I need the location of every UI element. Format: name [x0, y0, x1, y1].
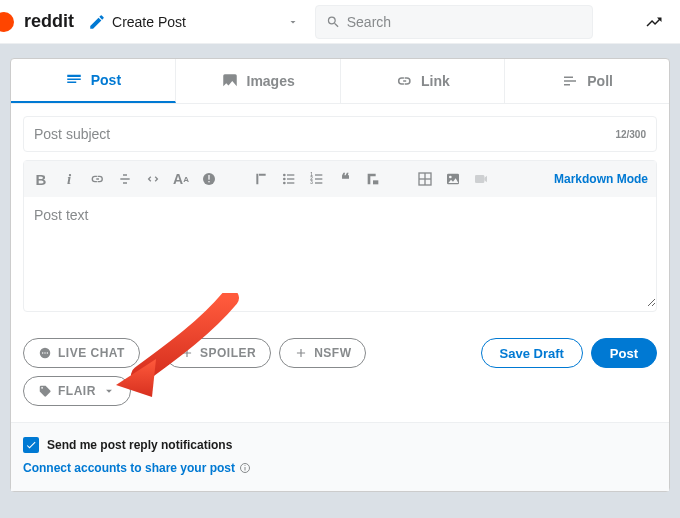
editor: B i AA 123 ❝: [23, 160, 657, 312]
svg-point-27: [245, 465, 246, 466]
tab-link[interactable]: Link: [341, 59, 506, 103]
nsfw-pill[interactable]: NSFW: [279, 338, 366, 368]
community-select[interactable]: Create Post: [82, 6, 307, 38]
ul-button[interactable]: [280, 170, 298, 188]
tab-label: Images: [247, 73, 295, 89]
notify-label: Send me post reply notifications: [47, 438, 232, 452]
connect-label: Connect accounts to share your post: [23, 461, 235, 475]
search-field[interactable]: [315, 5, 593, 39]
subject-input[interactable]: [34, 126, 615, 142]
svg-point-5: [283, 182, 286, 185]
strike-button[interactable]: [116, 170, 134, 188]
svg-rect-14: [315, 182, 322, 183]
markdown-mode-button[interactable]: Markdown Mode: [554, 172, 648, 186]
video-button[interactable]: [472, 170, 490, 188]
post-text-input[interactable]: [24, 197, 656, 307]
image-icon: [221, 72, 239, 90]
trending-icon: [645, 13, 663, 31]
tab-label: Poll: [587, 73, 613, 89]
svg-point-3: [283, 174, 286, 177]
svg-rect-7: [287, 178, 294, 179]
italic-button[interactable]: i: [60, 170, 78, 188]
tab-label: Link: [421, 73, 450, 89]
spoiler-pill[interactable]: SPOILER: [165, 338, 271, 368]
community-label: Create Post: [112, 14, 186, 30]
subject-char-count: 12/300: [615, 129, 646, 140]
svg-rect-13: [315, 178, 322, 179]
code-button[interactable]: [144, 170, 162, 188]
livechat-pill[interactable]: LIVE CHAT: [23, 338, 140, 368]
heading-button[interactable]: [252, 170, 270, 188]
svg-rect-8: [287, 182, 294, 183]
search-icon: [326, 14, 341, 30]
pill-label: SPOILER: [200, 346, 256, 360]
post-type-tabs: Post Images Link Poll: [11, 59, 669, 104]
trending-button[interactable]: [638, 6, 670, 38]
svg-rect-1: [208, 175, 209, 180]
table-button[interactable]: [416, 170, 434, 188]
app-header: reddit Create Post: [0, 0, 680, 44]
post-button[interactable]: Post: [591, 338, 657, 368]
quote-button[interactable]: ❝: [336, 170, 354, 188]
image-button[interactable]: [444, 170, 462, 188]
svg-rect-2: [208, 181, 209, 182]
svg-text:3: 3: [310, 180, 313, 185]
tab-images[interactable]: Images: [176, 59, 341, 103]
post-body: 12/300 B i AA 123 ❝: [11, 104, 669, 324]
create-post-card: Post Images Link Poll 12/300 B i: [10, 58, 670, 492]
svg-rect-12: [315, 174, 322, 175]
chat-icon: [38, 346, 52, 360]
pill-label: LIVE CHAT: [58, 346, 125, 360]
plus-icon: [294, 346, 308, 360]
reddit-logo-icon: [0, 12, 14, 32]
reddit-wordmark: reddit: [24, 11, 74, 32]
superscript-button[interactable]: AA: [172, 170, 190, 188]
tag-row: LIVE CHAT OC SPOILER NSFW Save Draft Pos…: [11, 324, 669, 372]
notify-block: Send me post reply notifications Connect…: [11, 422, 669, 491]
bold-button[interactable]: B: [32, 170, 50, 188]
link-icon: [395, 72, 413, 90]
pencil-icon: [88, 13, 106, 31]
alert-button[interactable]: [200, 170, 218, 188]
search-input[interactable]: [347, 14, 582, 30]
chevron-down-icon: [287, 16, 299, 28]
flair-row: FLAIR: [11, 372, 669, 422]
editor-toolbar: B i AA 123 ❝: [24, 161, 656, 197]
plus-icon: [180, 346, 194, 360]
tab-poll[interactable]: Poll: [505, 59, 669, 103]
link-button[interactable]: [88, 170, 106, 188]
btn-label: Post: [610, 346, 638, 361]
btn-label: Save Draft: [500, 346, 564, 361]
tab-label: Post: [91, 72, 121, 88]
svg-rect-6: [287, 174, 294, 175]
notify-row: Send me post reply notifications: [23, 437, 657, 453]
poll-icon: [561, 72, 579, 90]
tag-icon: [38, 384, 52, 398]
save-draft-button[interactable]: Save Draft: [481, 338, 583, 368]
ol-button[interactable]: 123: [308, 170, 326, 188]
svg-rect-20: [475, 175, 484, 183]
info-icon: [239, 462, 251, 474]
notify-checkbox[interactable]: [23, 437, 39, 453]
check-icon: [25, 439, 37, 451]
pill-label: FLAIR: [58, 384, 96, 398]
action-buttons: Save Draft Post: [481, 338, 657, 368]
connect-accounts-link[interactable]: Connect accounts to share your post: [23, 461, 657, 475]
svg-point-23: [44, 352, 45, 353]
flair-pill[interactable]: FLAIR: [23, 376, 131, 406]
tab-post[interactable]: Post: [11, 59, 176, 103]
caret-down-icon: [102, 384, 116, 398]
svg-point-4: [283, 178, 286, 181]
post-icon: [65, 71, 83, 89]
svg-point-19: [449, 176, 452, 179]
svg-point-22: [42, 352, 43, 353]
wrap-button[interactable]: [364, 170, 382, 188]
subject-row: 12/300: [23, 116, 657, 152]
svg-point-24: [47, 352, 48, 353]
pill-label: NSFW: [314, 346, 351, 360]
